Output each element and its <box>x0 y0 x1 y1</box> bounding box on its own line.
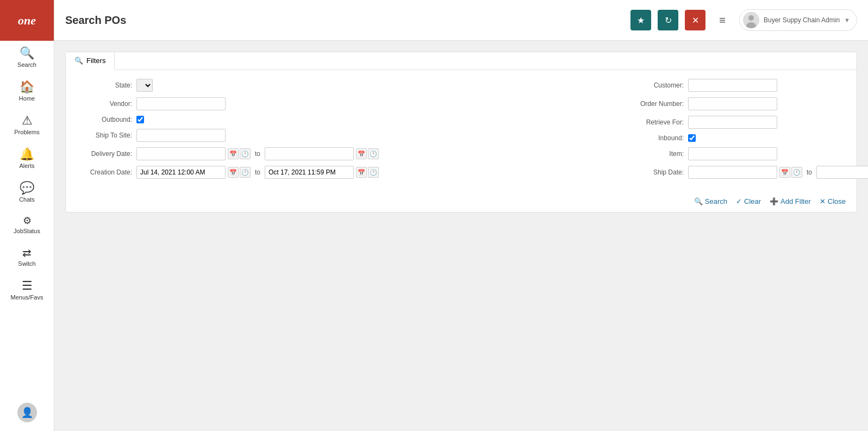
customer-input[interactable] <box>688 79 777 92</box>
sidebar-item-switch[interactable]: ⇄ Switch <box>0 241 54 273</box>
jobstatus-icon: ⚙ <box>23 216 32 226</box>
creation-date-to-separator: to <box>253 168 263 176</box>
filters-tab[interactable]: 🔍 Filters <box>66 52 115 70</box>
delivery-date-from-icons: 📅 🕐 <box>228 148 251 159</box>
ship-date-label: Ship Date: <box>628 168 688 176</box>
delivery-date-to-input[interactable] <box>265 147 354 160</box>
close-header-button[interactable]: ✕ <box>685 10 705 30</box>
clear-icon: ✓ <box>736 197 742 205</box>
search-link-label: Search <box>705 197 727 205</box>
inbound-checkbox[interactable] <box>688 134 696 142</box>
outbound-checkbox[interactable] <box>136 116 144 123</box>
order-number-input[interactable] <box>688 97 777 110</box>
retrieve-for-input[interactable] <box>688 116 777 129</box>
delivery-date-to-icons: 📅 🕐 <box>356 148 379 159</box>
home-icon: 🏠 <box>20 81 34 93</box>
sidebar-item-label: Search <box>17 61 36 68</box>
sidebar-item-alerts[interactable]: 🔔 Alerts <box>0 142 54 176</box>
close-link-label: Close <box>828 197 846 205</box>
user-name: Buyer Suppy Chain Admin <box>764 16 840 24</box>
sidebar-item-label: Menus/Favs <box>11 294 43 301</box>
add-filter-icon: ➕ <box>770 197 778 205</box>
ship-date-group: 📅 🕐 to 📅 🕐 <box>688 166 868 179</box>
search-link-icon: 🔍 <box>694 197 703 205</box>
creation-date-to-calendar-btn[interactable]: 📅 <box>356 167 367 178</box>
creation-date-from-clock-btn[interactable]: 🕐 <box>240 167 251 178</box>
vendor-label: Vendor: <box>77 100 136 108</box>
ship-to-site-input[interactable] <box>136 129 226 142</box>
page-body: 🔍 Filters State: <box>54 41 868 431</box>
app-logo[interactable]: one <box>0 0 54 41</box>
menu-icon: ☰ <box>22 280 33 292</box>
sidebar-item-search[interactable]: 🔍 Search <box>0 41 54 74</box>
user-dropdown[interactable]: Buyer Suppy Chain Admin ▼ <box>739 9 857 31</box>
bell-icon: 🔔 <box>20 148 34 160</box>
sidebar-item-problems[interactable]: ⚠ Problems <box>0 108 54 142</box>
item-row: Item: <box>628 147 846 160</box>
delivery-date-from-calendar-btn[interactable]: 📅 <box>228 148 239 159</box>
delivery-date-row: Delivery Date: 📅 🕐 to 📅 <box>77 147 617 160</box>
filter-body: State: Vendor: Outbound: <box>66 70 857 193</box>
ship-date-from-input[interactable] <box>688 166 777 179</box>
filters-tab-label: Filters <box>86 57 105 65</box>
retrieve-for-label: Retrieve For: <box>628 118 688 126</box>
chat-icon: 💬 <box>20 182 34 194</box>
ship-date-from-clock-btn[interactable]: 🕐 <box>791 167 802 178</box>
sidebar-user-avatar[interactable]: 👤 <box>0 396 54 431</box>
creation-date-to-clock-btn[interactable]: 🕐 <box>368 167 379 178</box>
hamburger-menu-button[interactable]: ≡ <box>712 10 733 30</box>
switch-icon: ⇄ <box>22 247 32 258</box>
sidebar-item-label: Switch <box>18 260 35 267</box>
creation-date-to-icons: 📅 🕐 <box>356 167 379 178</box>
clear-link-label: Clear <box>744 197 761 205</box>
close-link[interactable]: ✕ Close <box>820 197 846 205</box>
delivery-date-label: Delivery Date: <box>77 150 136 158</box>
sidebar: one 🔍 Search 🏠 Home ⚠ Problems 🔔 Alerts … <box>0 0 54 431</box>
filter-tabs: 🔍 Filters <box>66 52 857 70</box>
search-link[interactable]: 🔍 Search <box>694 197 727 205</box>
state-select[interactable] <box>136 79 153 92</box>
sidebar-item-home[interactable]: 🏠 Home <box>0 74 54 108</box>
sidebar-item-label: Alerts <box>19 163 34 169</box>
order-number-label: Order Number: <box>628 100 688 108</box>
outbound-row: Outbound: <box>77 116 617 123</box>
refresh-button[interactable]: ↻ <box>658 10 678 30</box>
ship-to-site-row: Ship To Site: <box>77 129 617 142</box>
user-avatar <box>743 12 759 28</box>
search-icon: 🔍 <box>20 47 34 59</box>
sidebar-item-label: JobStatus <box>14 228 40 234</box>
delivery-date-to-clock-btn[interactable]: 🕐 <box>368 148 379 159</box>
ship-date-to-input[interactable] <box>816 166 868 179</box>
two-col-filters: State: Vendor: Outbound: <box>77 79 846 184</box>
state-label: State: <box>77 82 136 89</box>
sidebar-item-label: Problems <box>14 129 39 135</box>
creation-date-to-input[interactable] <box>265 166 354 179</box>
main-content: Search POs ★ ↻ ✕ ≡ Buyer Suppy Chain Adm… <box>54 0 868 431</box>
state-row: State: <box>77 79 617 92</box>
filter-icon: 🔍 <box>74 57 83 65</box>
ship-date-from-calendar-btn[interactable]: 📅 <box>779 167 790 178</box>
filter-actions: 🔍 Search ✓ Clear ➕ Add Filter ✕ Close <box>66 193 857 212</box>
customer-row: Customer: <box>628 79 846 92</box>
delivery-date-from-input[interactable] <box>136 147 226 160</box>
sidebar-item-chats[interactable]: 💬 Chats <box>0 176 54 209</box>
vendor-input[interactable] <box>136 97 226 110</box>
ship-to-site-label: Ship To Site: <box>77 132 136 139</box>
order-number-row: Order Number: <box>628 97 846 110</box>
inbound-label: Inbound: <box>628 134 688 142</box>
ship-date-row: Ship Date: 📅 🕐 to 📅 <box>628 166 846 179</box>
sidebar-item-jobstatus[interactable]: ⚙ JobStatus <box>0 209 54 241</box>
sidebar-item-label: Chats <box>19 196 35 203</box>
creation-date-from-input[interactable] <box>136 166 226 179</box>
delivery-date-to-calendar-btn[interactable]: 📅 <box>356 148 367 159</box>
customer-label: Customer: <box>628 82 688 89</box>
sidebar-item-menusfavs[interactable]: ☰ Menus/Favs <box>0 273 54 307</box>
delivery-date-from-clock-btn[interactable]: 🕐 <box>240 148 251 159</box>
clear-link[interactable]: ✓ Clear <box>736 197 761 205</box>
outbound-label: Outbound: <box>77 116 136 123</box>
star-button[interactable]: ★ <box>630 10 651 30</box>
item-input[interactable] <box>688 147 777 160</box>
logo-text: one <box>18 14 36 28</box>
add-filter-link[interactable]: ➕ Add Filter <box>770 197 811 205</box>
creation-date-from-calendar-btn[interactable]: 📅 <box>228 167 239 178</box>
